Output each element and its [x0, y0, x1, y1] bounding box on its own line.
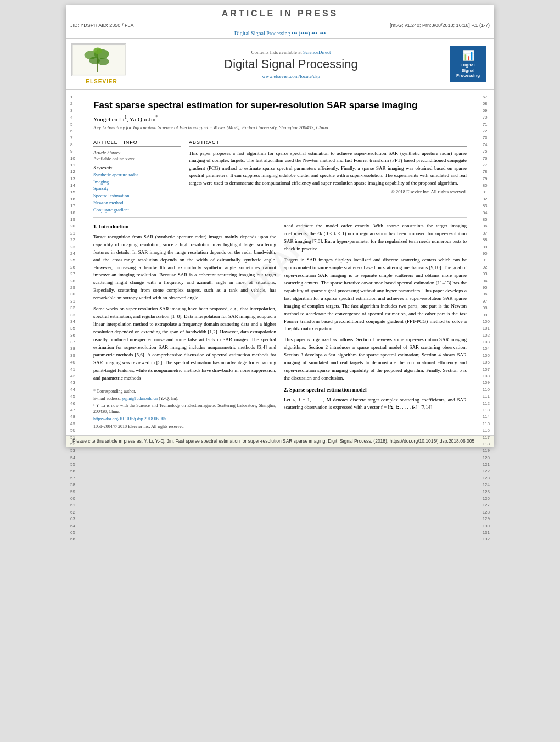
keyword-item: Imaging: [93, 178, 181, 186]
bottom-bar: Please cite this article in press as: Y.…: [66, 435, 494, 447]
copyright-line: © 2018 Elsevier Inc. All rights reserved…: [189, 189, 467, 194]
journal-url[interactable]: www.elsevier.com/locate/dsp: [137, 74, 445, 79]
meta-bar: JID: YDSPR AID: 2350 / FLA [m5G; v1.240;…: [66, 21, 494, 29]
svg-point-6: [93, 47, 102, 54]
article-history-label: Article history:: [93, 150, 181, 155]
keyword-item: Spectral estimation: [93, 192, 181, 199]
divider-2: [93, 217, 467, 218]
dsp-label-3: Processing: [456, 73, 480, 79]
keyword-item: Synthetic aperture radar: [93, 171, 181, 178]
elsevier-logo-box: ELSEVIER: [71, 43, 132, 85]
body-col-right: need estimate the model order exactly. W…: [284, 222, 467, 430]
footnote-1: ¹ Y. Li is now with the Science and Tech…: [93, 403, 276, 415]
email-link[interactable]: yqjin@fudan.edu.cn: [122, 396, 158, 401]
keywords-list: Synthetic aperture radarImagingSparsityS…: [93, 171, 181, 214]
line-numbers-left: 1234567891011121314151617181920212223242…: [70, 94, 75, 543]
keyword-item: Conjugate gradient: [93, 207, 181, 214]
journal-link-bar: Digital Signal Processing ••• (••••) •••…: [66, 29, 494, 38]
email-suffix: (Y.-Q. Jin).: [159, 396, 178, 401]
footnote-email: E-mail address: yqjin@fudan.edu.cn (Y.-Q…: [93, 395, 276, 401]
keyword-item: Sparsity: [93, 185, 181, 192]
abstract-header: ABSTRACT: [189, 140, 467, 147]
article-info-header: ARTICLE INFO: [93, 140, 181, 147]
line-numbers-right: 6768697071727374757677787980818283848586…: [483, 94, 490, 543]
right-para1: need estimate the model order exactly. W…: [284, 222, 467, 253]
banner-text: ARTICLE IN PRESS: [222, 9, 338, 18]
section2-para1: Let sᵢ, i = 1, . . . , M denotes discret…: [284, 397, 467, 412]
dsp-logo: 📊 Digital Signal Processing: [450, 46, 486, 82]
doi-link[interactable]: https://doi.org/10.1016/j.dsp.2018.06.00…: [93, 416, 276, 422]
meta-right: [m5G; v1.240; Prn:3/08/2018; 16:16] P.1 …: [390, 23, 490, 28]
section2-title: 2. Sparse spectral estimation model: [284, 386, 467, 394]
journal-link-text: Digital Signal Processing ••• (••••) •••…: [234, 30, 326, 36]
dsp-label-2: Signal: [461, 68, 474, 74]
affiliation: Key Laboratory for Information Science o…: [93, 125, 467, 130]
body-col-left: 1. Introduction Target recognition from …: [93, 222, 276, 430]
authors-line: Yongchen Li1, Ya-Qiu Jin*: [93, 115, 467, 122]
article-in-press-banner: ARTICLE IN PRESS: [66, 5, 494, 21]
main-content: DRAFT 1234567891011121314151617181920212…: [66, 90, 494, 435]
page-wrapper: ARTICLE IN PRESS JID: YDSPR AID: 2350 / …: [66, 5, 494, 447]
author-2: Ya-Qiu Jin*: [130, 116, 158, 122]
divider-1: [93, 135, 467, 135]
author-1: Yongchen Li1: [93, 116, 127, 122]
article-info-abstract: ARTICLE INFO Article history: Available …: [93, 140, 467, 214]
issn-line: 1051-2004/© 2018 Elsevier Inc. All right…: [93, 423, 276, 429]
body-two-col: 1. Introduction Target recognition from …: [93, 222, 467, 430]
article-title: Fast sparse spectral estimation for supe…: [93, 99, 467, 111]
header-section: ELSEVIER Contents lists available at Sci…: [66, 38, 494, 90]
contents-line: Contents lists available at ScienceDirec…: [137, 49, 445, 55]
article-info-col: ARTICLE INFO Article history: Available …: [93, 140, 181, 214]
header-center: Contents lists available at ScienceDirec…: [137, 49, 445, 79]
svg-point-5: [97, 58, 109, 65]
contents-text: Contents lists available at: [251, 49, 303, 55]
available-online: Available online xxxx: [93, 156, 181, 161]
right-para3: This paper is organized as follows: Sect…: [284, 336, 467, 382]
intro-para1: Target recognition from SAR (synthetic a…: [93, 233, 276, 302]
sciencedirect-link[interactable]: ScienceDirect: [303, 49, 331, 55]
keywords-label: Keywords:: [93, 165, 181, 170]
footnote-corresponding: * Corresponding author.: [93, 388, 276, 394]
dsp-label-1: Digital: [461, 63, 474, 68]
section-intro-title: 1. Introduction: [93, 222, 276, 231]
footnote-section: * Corresponding author. E-mail address: …: [93, 386, 276, 429]
meta-left: JID: YDSPR AID: 2350 / FLA: [70, 23, 133, 28]
abstract-col: ABSTRACT This paper proposes a fast algo…: [189, 140, 467, 214]
elsevier-label: ELSEVIER: [71, 79, 132, 85]
dsp-icon: 📊: [462, 49, 474, 62]
keyword-item: Newton method: [93, 199, 181, 207]
email-label: E-mail address:: [93, 396, 122, 401]
right-para2: Targets in SAR images displays localized…: [284, 256, 467, 333]
dsp-logo-box: 📊 Digital Signal Processing: [450, 46, 489, 82]
bottom-bar-text: Please cite this article in press as: Y.…: [72, 438, 474, 444]
abstract-text: This paper proposes a fast algorithm for…: [189, 150, 467, 187]
elsevier-image: [71, 43, 126, 76]
intro-para2: Some works on super-resolution SAR imagi…: [93, 305, 276, 382]
journal-title-header: Digital Signal Processing: [137, 57, 445, 71]
